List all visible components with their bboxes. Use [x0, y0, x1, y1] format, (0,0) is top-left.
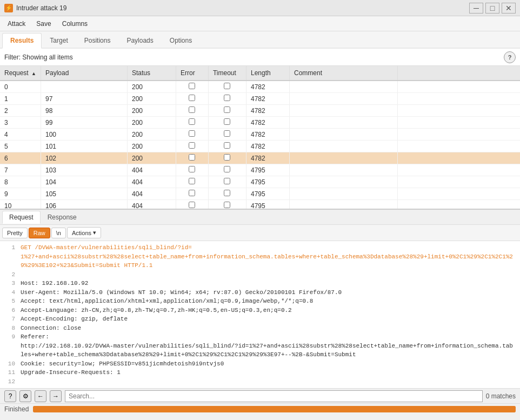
matches-text: 0 matches	[486, 392, 516, 400]
results-table: Request ▲ Payload Status Error Timeout L…	[0, 66, 520, 209]
code-line: 3Host: 192.168.10.92	[4, 279, 516, 288]
main-tabbar: Results Target Positions Payloads Option…	[0, 31, 520, 49]
search-input[interactable]	[65, 390, 483, 402]
code-line: 6Accept-Language: zh-CN,zh;q=0.8,zh-TW;q…	[4, 306, 516, 315]
code-line: 2	[4, 270, 516, 279]
code-line: 8Connection: close	[4, 324, 516, 333]
code-line: 1%27+and+ascii%28substr%28%28select+tabl…	[4, 252, 516, 270]
menu-columns[interactable]: Columns	[57, 18, 93, 30]
progress-bar-container	[33, 406, 516, 412]
titlebar: ⚡ Intruder attack 19 ─ □ ✕	[0, 0, 520, 16]
req-tab-request[interactable]: Request	[2, 211, 41, 224]
menu-attack[interactable]: Attack	[2, 18, 31, 30]
code-line: 4User-Agent: Mozilla/5.0 (Windows NT 10.…	[4, 288, 516, 297]
code-line: 12	[4, 377, 516, 386]
sort-arrow-icon: ▲	[31, 71, 36, 76]
finished-label: Finished	[4, 405, 29, 413]
filter-text: Filter: Showing all items	[4, 54, 504, 61]
req-tab-response[interactable]: Response	[41, 211, 84, 224]
col-comment[interactable]: Comment	[289, 66, 397, 81]
actions-button[interactable]: Actions ▾	[67, 227, 101, 238]
pretty-button[interactable]: Pretty	[2, 228, 28, 238]
menu-save[interactable]: Save	[31, 18, 56, 30]
table-row[interactable]: 41002004782	[0, 129, 520, 141]
table-row[interactable]: 3992004782	[0, 117, 520, 129]
table-row[interactable]: 91054044795	[0, 188, 520, 200]
col-status[interactable]: Status	[127, 66, 176, 81]
progress-bar-fill	[33, 406, 516, 412]
table-row[interactable]: 101064044795	[0, 200, 520, 210]
code-line: 5Accept: text/html,application/xhtml+xml…	[4, 297, 516, 306]
col-extra	[397, 66, 520, 81]
menubar: Attack Save Columns	[0, 16, 520, 31]
table-row[interactable]: 61022004782	[0, 152, 520, 164]
statusbar: ? ⚙ ← → 0 matches	[0, 388, 520, 403]
window-title: Intruder attack 19	[16, 4, 469, 12]
col-timeout[interactable]: Timeout	[208, 66, 246, 81]
app-icon: ⚡	[4, 4, 13, 12]
tab-results[interactable]: Results	[2, 33, 42, 49]
actions-label: Actions	[72, 230, 91, 236]
maximize-button[interactable]: □	[485, 3, 499, 14]
actions-arrow-icon: ▾	[93, 229, 96, 236]
close-button[interactable]: ✕	[502, 3, 516, 14]
tab-payloads[interactable]: Payloads	[118, 33, 161, 48]
tab-target[interactable]: Target	[42, 33, 76, 48]
code-line: http://192.168.10.92/DVWA-master/vulnera…	[4, 342, 516, 359]
tab-options[interactable]: Options	[162, 33, 200, 48]
table-header-row: Request ▲ Payload Status Error Timeout L…	[0, 66, 520, 81]
help-button[interactable]: ?	[504, 51, 516, 63]
col-error[interactable]: Error	[176, 66, 208, 81]
raw-button[interactable]: Raw	[29, 228, 50, 238]
code-line: 11Upgrade-Insecure-Requests: 1	[4, 368, 516, 377]
table-row[interactable]: 81044044795	[0, 176, 520, 188]
code-line: 9Referer:	[4, 332, 516, 342]
table-row[interactable]: 51012004782	[0, 141, 520, 152]
code-line: 10Cookie: security=low; PHPSESSID=v851ji…	[4, 359, 516, 369]
code-editor[interactable]: 1GET /DVWA-master/vulnerabilities/sqli_b…	[0, 241, 520, 388]
minimize-button[interactable]: ─	[469, 3, 483, 14]
table-row[interactable]: 1972004782	[0, 93, 520, 105]
table-row[interactable]: 02004782	[0, 81, 520, 93]
nav-back-button[interactable]: ←	[35, 390, 46, 402]
titlebar-controls: ─ □ ✕	[469, 3, 516, 14]
nav-forward-button[interactable]: →	[50, 390, 62, 402]
bottom-panel: Request Response Pretty Raw \n Actions ▾…	[0, 209, 520, 388]
results-table-container[interactable]: Request ▲ Payload Status Error Timeout L…	[0, 66, 520, 209]
slash-n-button[interactable]: \n	[51, 228, 66, 238]
col-request[interactable]: Request ▲	[0, 66, 41, 81]
code-line: 7Accept-Encoding: gzip, deflate	[4, 315, 516, 324]
help-status-icon[interactable]: ?	[4, 390, 16, 402]
settings-icon[interactable]: ⚙	[19, 390, 31, 402]
table-row[interactable]: 71034044795	[0, 164, 520, 176]
table-row[interactable]: 2982004782	[0, 105, 520, 117]
code-line: 1GET /DVWA-master/vulnerabilities/sqli_b…	[4, 243, 516, 252]
col-payload[interactable]: Payload	[41, 66, 127, 81]
filter-bar: Filter: Showing all items ?	[0, 49, 520, 66]
finished-bar: Finished	[0, 403, 520, 414]
req-tabbar: Request Response	[0, 210, 520, 225]
col-length[interactable]: Length	[246, 66, 289, 81]
editor-toolbar: Pretty Raw \n Actions ▾	[0, 225, 520, 241]
tab-positions[interactable]: Positions	[76, 33, 119, 48]
